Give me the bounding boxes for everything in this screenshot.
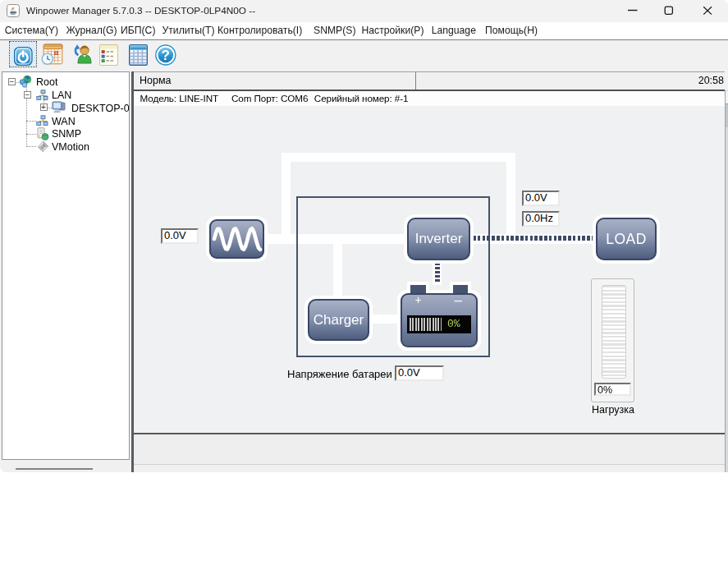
svg-text:?: ? bbox=[162, 48, 170, 63]
